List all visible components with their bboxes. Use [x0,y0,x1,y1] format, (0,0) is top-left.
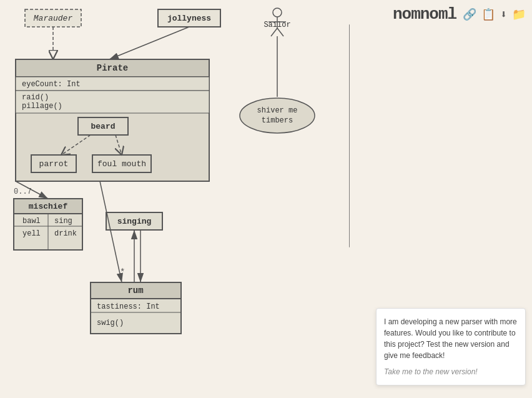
svg-text:tastiness: Int: tastiness: Int [97,302,160,311]
svg-text:drink: drink [54,229,77,238]
svg-text:swig(): swig() [97,319,124,327]
svg-line-46 [100,181,122,282]
folder-icon[interactable]: 📁 [512,7,526,21]
svg-text:shiver me: shiver me [257,106,298,115]
svg-text:Pirate: Pirate [97,63,128,73]
svg-text:beard: beard [91,122,115,131]
svg-text:jollyness: jollyness [167,14,211,23]
svg-text:raid(): raid() [22,93,49,102]
feedback-popup: I am developing a new parser with more f… [376,308,526,386]
popup-link[interactable]: Take me to the new version! [384,366,518,377]
popup-text: I am developing a new parser with more f… [384,317,517,360]
svg-line-7 [109,27,189,59]
header-icons[interactable]: 🔗 📋 ⬇ 📁 [463,7,526,21]
svg-point-50 [273,8,282,17]
svg-text:timbers: timbers [262,116,293,125]
header: nomnoml 🔗 📋 ⬇ 📁 [393,5,526,24]
svg-text:singing: singing [117,217,152,226]
brand-title: nomnoml [393,5,456,24]
svg-point-56 [240,98,315,133]
svg-text:sing: sing [54,217,72,226]
svg-text:pillage(): pillage() [22,102,62,111]
svg-text:rum: rum [127,286,143,296]
svg-text:bawl: bawl [22,217,41,226]
svg-text:foul mouth: foul mouth [97,159,146,169]
clipboard-icon[interactable]: 📋 [481,7,495,21]
svg-text:Marauder: Marauder [34,14,73,23]
link-icon[interactable]: 🔗 [463,7,476,21]
svg-text:mischief: mischief [29,202,68,211]
svg-text:yell: yell [22,229,41,238]
svg-text:parrot: parrot [39,159,69,169]
download-icon[interactable]: ⬇ [500,7,507,21]
svg-text:eyeCount: Int: eyeCount: Int [22,80,81,89]
diagram-canvas: Marauder jollyness Pirate eyeCount: Int … [0,0,350,398]
